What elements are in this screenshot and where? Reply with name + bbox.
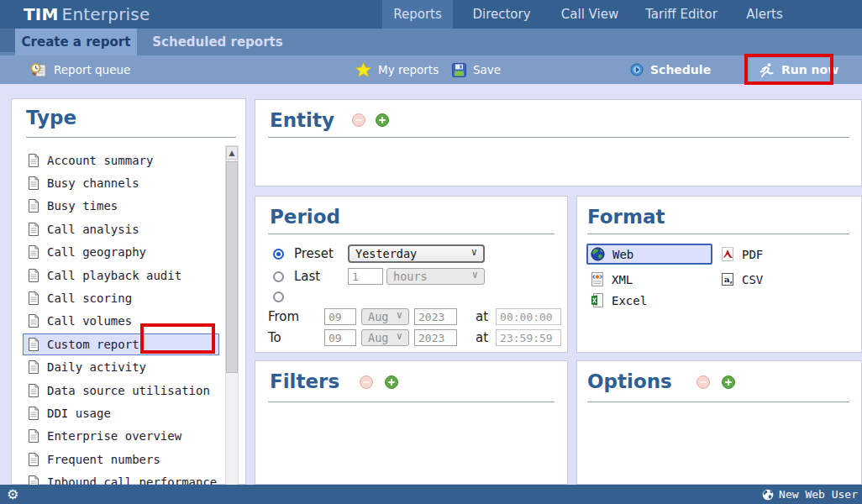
save-icon [452,63,466,77]
star-icon [355,62,371,77]
report-type-label: Frequent numbers [47,453,160,466]
report-type-item[interactable]: Call volumes [12,310,222,333]
run-now-button[interactable]: Run now [759,55,838,84]
chevron-down-icon: ∨ [472,270,478,279]
nav-tab-directory[interactable]: Directory [464,0,539,29]
to-at-label: at [476,330,488,345]
type-rule [26,137,236,138]
tab-scheduled-reports[interactable]: Scheduled reports [137,29,298,55]
from-day-input[interactable] [324,308,356,325]
tab-create-a-report[interactable]: Create a report [15,29,137,55]
options-add-button[interactable] [722,375,735,389]
document-icon [28,384,39,397]
pdf-icon [721,247,734,261]
report-queue-button[interactable]: Report queue [29,55,130,84]
report-type-item[interactable]: Call scoring [12,286,222,309]
report-type-item[interactable]: Daily activity [12,356,222,379]
schedule-button[interactable]: Schedule [630,55,711,84]
to-time-input[interactable] [496,329,561,346]
entity-remove-button[interactable] [352,113,365,127]
format-pdf-label: PDF [742,248,763,261]
last-value-input[interactable] [348,268,383,285]
chevron-down-icon: ∨ [397,332,402,340]
from-month-select[interactable]: Aug ∨ [361,308,409,325]
options-remove-button[interactable] [696,375,710,389]
format-option-pdf[interactable]: PDF [721,247,763,261]
format-option-csv[interactable]: a, CSV [721,272,763,286]
report-type-item[interactable]: Custom report [12,333,222,355]
document-icon [28,199,39,213]
filters-add-button[interactable] [385,375,398,389]
report-type-label: Enterprise overview [47,429,181,443]
custom-range-radio[interactable] [273,291,284,302]
preset-select[interactable]: Yesterday ∨ [348,244,485,263]
from-time-input[interactable] [496,308,561,325]
to-month-value: Aug [368,331,388,344]
nav-tab-alerts[interactable]: Alerts [729,0,800,29]
to-year-input[interactable] [414,329,457,346]
filters-rule [268,402,555,402]
document-icon [28,338,39,351]
period-panel-title: Period [270,206,340,228]
document-icon [28,429,39,443]
format-web-label: Web [612,248,633,261]
format-option-web[interactable]: Web [591,247,633,261]
top-bar: TIMEnterprise Reports Directory Call Vie… [0,0,862,29]
type-list-scrollbar[interactable]: ▲ [225,145,239,486]
format-rule [587,234,849,234]
user-globe-icon [762,489,774,501]
csv-icon: a, [721,272,734,286]
format-excel-label: Excel [612,294,647,307]
format-option-xml[interactable]: XML [591,272,633,286]
preset-radio[interactable] [273,249,284,260]
to-day-input[interactable] [324,329,356,346]
current-user-label: New Web User [779,488,858,501]
nav-tab-tariff-editor[interactable]: Tariff Editor [640,0,723,29]
preset-select-value: Yesterday [355,247,417,260]
report-type-item[interactable]: Busy times [12,195,222,218]
report-type-item[interactable]: Enterprise overview [12,425,222,448]
to-month-select[interactable]: Aug ∨ [361,329,409,346]
report-type-label: Call playback audit [47,269,181,282]
tim-enterprise-window: TIMEnterprise Reports Directory Call Vie… [0,0,862,504]
format-option-excel[interactable]: Excel [591,293,647,307]
from-at-label: at [476,309,488,324]
document-icon [28,245,39,259]
report-type-label: Busy channels [47,176,139,190]
runner-icon [759,62,775,78]
from-year-input[interactable] [414,308,457,325]
report-queue-label: Report queue [54,63,130,76]
chevron-down-icon: ∨ [471,248,477,256]
document-icon [28,360,39,374]
report-type-item[interactable]: DDI usage [12,402,222,424]
entity-add-button[interactable] [376,113,389,127]
report-type-item[interactable]: Call analysis [12,218,222,240]
svg-text:a,: a, [724,275,733,285]
logo-tim: TIM [24,4,59,24]
report-type-item[interactable]: Frequent numbers [12,448,222,470]
report-type-item[interactable]: Data source utilisation [12,379,222,402]
save-button[interactable]: Save [452,55,501,84]
document-icon [28,291,39,305]
last-unit-select[interactable]: hours ∨ [386,268,485,285]
filters-remove-button[interactable] [360,375,373,389]
scroll-thumb[interactable] [226,161,238,373]
my-reports-button[interactable]: My reports [355,55,439,84]
save-label: Save [473,63,501,76]
report-type-list: Account summaryBusy channelsBusy timesCa… [12,149,222,494]
scroll-up-arrow[interactable]: ▲ [226,146,238,160]
report-type-item[interactable]: Account summary [12,149,222,171]
report-type-label: Custom report [47,338,139,351]
nav-tab-reports[interactable]: Reports [382,0,453,29]
report-type-item[interactable]: Call geography [12,241,222,264]
schedule-clock-icon [630,63,644,76]
report-type-item[interactable]: Busy channels [12,171,222,194]
nav-tab-call-view[interactable]: Call View [546,0,633,29]
last-radio[interactable] [273,271,284,282]
tab-row-corner-block [0,29,15,52]
logo-enterprise: Enterprise [62,4,150,24]
current-user[interactable]: New Web User [762,485,858,504]
report-type-item[interactable]: Call playback audit [12,264,222,286]
document-icon [28,314,39,328]
gear-icon[interactable]: ⚙ [7,485,18,504]
